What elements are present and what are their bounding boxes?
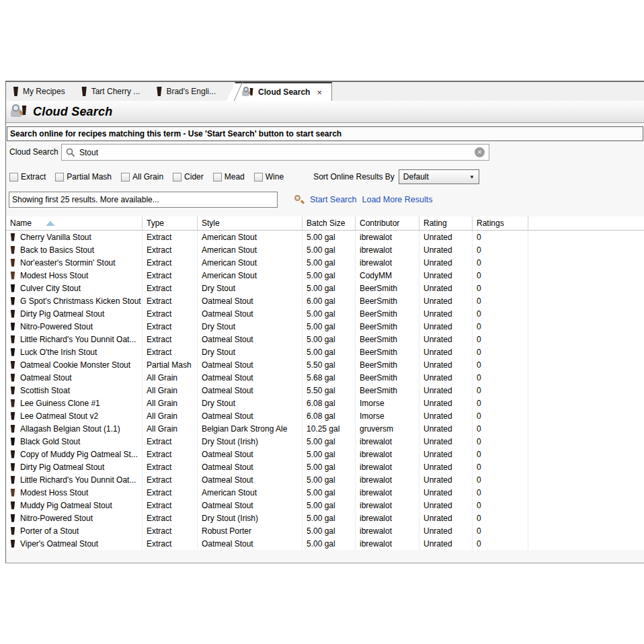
- table-row[interactable]: Muddy Pig Oatmeal StoutExtractOatmeal St…: [6, 499, 644, 512]
- cell-batch-size: 10.25 gal: [303, 422, 356, 435]
- cell-filler: [528, 231, 644, 243]
- cell-ratings: 0: [473, 460, 528, 473]
- table-row[interactable]: G Spot's Christmass Kicken StoutExtractO…: [6, 294, 644, 307]
- cell-ratings: 0: [473, 409, 528, 422]
- recipe-name: Copy of Muddy Pig Oatmeal St...: [20, 450, 138, 459]
- table-row[interactable]: Allagash Belgian Stout (1.1)All GrainBel…: [6, 422, 644, 435]
- tab-label: Brad's Engli...: [166, 87, 216, 96]
- cell-name: Oatmeal Cookie Monster Stout: [6, 358, 143, 371]
- column-header-ratings[interactable]: Ratings: [473, 216, 528, 230]
- cell-style: Oatmeal Stout: [198, 537, 303, 550]
- recipe-name: Lee Oatmeal Stout v2: [20, 411, 98, 421]
- cell-batch-size: 5.00 gal: [303, 256, 356, 269]
- checkbox-icon[interactable]: [213, 173, 222, 182]
- cloud-search-icon: [10, 104, 28, 120]
- cell-batch-size: 5.00 gal: [303, 499, 356, 512]
- column-header-label: Type: [147, 218, 164, 228]
- table-row[interactable]: Oatmeal StoutAll GrainOatmeal Stout5.68 …: [6, 371, 644, 384]
- table-row[interactable]: Dirty Pig Oatmeal StoutExtractOatmeal St…: [6, 307, 644, 320]
- filter-all-grain[interactable]: All Grain: [121, 172, 163, 182]
- tab-my-recipes[interactable]: My Recipes: [6, 82, 75, 101]
- tab-tart-cherry[interactable]: Tart Cherry ...: [75, 82, 150, 101]
- checkbox-icon[interactable]: [121, 173, 130, 182]
- cell-contributor: ibrewalot: [356, 473, 419, 486]
- filter-wine[interactable]: Wine: [254, 172, 284, 182]
- checkbox-icon[interactable]: [173, 173, 182, 182]
- instruction-bar: Search online for recipes matching this …: [7, 126, 643, 141]
- table-row[interactable]: Modest Hoss StoutExtractAmerican Stout5.…: [6, 269, 644, 282]
- cell-ratings: 0: [473, 333, 528, 346]
- close-icon[interactable]: ×: [317, 87, 322, 97]
- table-row[interactable]: Oatmeal Cookie Monster StoutPartial Mash…: [6, 358, 644, 371]
- column-header-name[interactable]: Name: [6, 216, 143, 230]
- table-row[interactable]: Copy of Muddy Pig Oatmeal St...ExtractOa…: [6, 448, 644, 460]
- column-header-style[interactable]: Style: [198, 216, 303, 230]
- tab-cloud-search[interactable]: Cloud Search×: [235, 82, 332, 101]
- column-header-batch-size[interactable]: Batch Size: [303, 216, 356, 230]
- table-row[interactable]: Nitro-Powered StoutExtractDry Stout (Iri…: [6, 512, 644, 524]
- clear-search-icon[interactable]: ×: [475, 147, 485, 157]
- table-row[interactable]: Luck O'the Irish StoutExtractDry Stout5.…: [6, 346, 644, 358]
- cell-contributor: ibrewalot: [356, 448, 419, 460]
- table-row[interactable]: Culver City StoutExtractDry Stout5.00 ga…: [6, 282, 644, 294]
- table-row[interactable]: Nitro-Powered StoutExtractDry Stout5.00 …: [6, 320, 644, 333]
- table-row[interactable]: Scottish StoatAll GrainOatmeal Stout5.50…: [6, 384, 644, 397]
- cell-contributor: ibrewalot: [356, 512, 419, 524]
- cell-rating: Unrated: [419, 486, 473, 499]
- load-more-results-button[interactable]: Load More Results: [362, 195, 432, 204]
- cell-name: Allagash Belgian Stout (1.1): [6, 422, 143, 435]
- cell-batch-size: 5.00 gal: [303, 512, 356, 524]
- table-row[interactable]: Black Gold StoutExtractDry Stout (Irish)…: [6, 435, 644, 448]
- cell-rating: Unrated: [419, 524, 473, 537]
- checkbox-icon[interactable]: [254, 173, 263, 182]
- recipe-name: Allagash Belgian Stout (1.1): [20, 424, 120, 434]
- cell-ratings: 0: [473, 371, 528, 384]
- table-row[interactable]: Lee Guiness Clone #1All GrainDry Stout6.…: [6, 397, 644, 409]
- cell-name: Culver City Stout: [6, 282, 143, 294]
- cell-batch-size: 5.00 gal: [303, 333, 356, 346]
- table-row[interactable]: Lee Oatmeal Stout v2All GrainOatmeal Sto…: [6, 409, 644, 422]
- table-row[interactable]: Porter of a StoutExtractRobust Porter5.0…: [6, 524, 644, 537]
- cell-name: Nitro-Powered Stout: [6, 512, 143, 524]
- filter-mead[interactable]: Mead: [213, 172, 245, 182]
- table-row[interactable]: Dirty Pig Oatmeal StoutExtractOatmeal St…: [6, 460, 644, 473]
- cell-contributor: ibrewalot: [356, 499, 419, 512]
- recipe-name: Little Richard's You Dunnit Oat...: [20, 475, 136, 485]
- table-row[interactable]: Viper's Oatmeal StoutExtractOatmeal Stou…: [6, 537, 644, 550]
- recipe-name: Black Gold Stout: [20, 437, 80, 446]
- cell-filler: [528, 524, 644, 537]
- column-header-type[interactable]: Type: [143, 216, 198, 230]
- cell-rating: Unrated: [419, 269, 473, 282]
- cell-ratings: 0: [473, 384, 528, 397]
- table-row[interactable]: Little Richard's You Dunnit Oat...Extrac…: [6, 473, 644, 486]
- filter-extract[interactable]: Extract: [9, 172, 46, 182]
- cell-rating: Unrated: [419, 422, 473, 435]
- search-box[interactable]: ×: [61, 144, 489, 161]
- cell-ratings: 0: [473, 231, 528, 243]
- cell-style: Dry Stout: [198, 346, 303, 358]
- beer-mug-icon: [10, 476, 15, 484]
- table-row[interactable]: Little Richard's You Dunnit Oat...Extrac…: [6, 333, 644, 346]
- column-header-rating[interactable]: Rating: [419, 216, 473, 230]
- cell-contributor: ibrewalot: [356, 256, 419, 269]
- column-header-contributor[interactable]: Contributor: [356, 216, 419, 230]
- cell-name: Cherry Vanilla Stout: [6, 231, 143, 243]
- sort-dropdown[interactable]: Default ▼: [399, 169, 479, 184]
- checkbox-icon[interactable]: [55, 173, 64, 182]
- cell-batch-size: 5.68 gal: [303, 371, 356, 384]
- cell-filler: [528, 333, 644, 346]
- cell-type: Extract: [143, 346, 198, 358]
- search-input[interactable]: [79, 148, 471, 157]
- cell-name: Lee Oatmeal Stout v2: [6, 409, 143, 422]
- instruction-text: Search online for recipes matching this …: [10, 129, 341, 138]
- table-row[interactable]: Cherry Vanilla StoutExtractAmerican Stou…: [6, 231, 644, 243]
- table-row[interactable]: Back to Basics StoutExtractAmerican Stou…: [6, 243, 644, 256]
- cell-ratings: 0: [473, 537, 528, 550]
- table-row[interactable]: Nor'easter's Stormin' StoutExtractAmeric…: [6, 256, 644, 269]
- filter-cider[interactable]: Cider: [173, 172, 204, 182]
- tab-brad-s-engli[interactable]: Brad's Engli...: [149, 82, 225, 101]
- checkbox-icon[interactable]: [9, 173, 18, 182]
- start-search-button[interactable]: Start Search: [310, 195, 356, 204]
- filter-partial-mash[interactable]: Partial Mash: [55, 172, 112, 182]
- table-row[interactable]: Modest Hoss StoutExtractAmerican Stout5.…: [6, 486, 644, 499]
